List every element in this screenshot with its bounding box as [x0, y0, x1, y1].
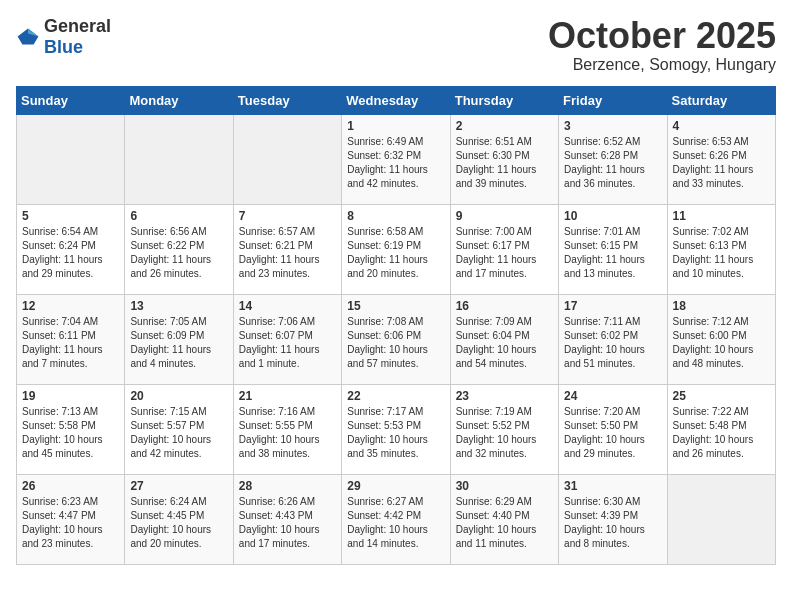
- day-info: Sunrise: 6:26 AM Sunset: 4:43 PM Dayligh…: [239, 495, 336, 551]
- calendar-cell: 13Sunrise: 7:05 AM Sunset: 6:09 PM Dayli…: [125, 294, 233, 384]
- day-info: Sunrise: 7:19 AM Sunset: 5:52 PM Dayligh…: [456, 405, 553, 461]
- day-number: 26: [22, 479, 119, 493]
- logo-text: General Blue: [44, 16, 111, 58]
- day-info: Sunrise: 7:08 AM Sunset: 6:06 PM Dayligh…: [347, 315, 444, 371]
- calendar-cell: 16Sunrise: 7:09 AM Sunset: 6:04 PM Dayli…: [450, 294, 558, 384]
- day-info: Sunrise: 7:11 AM Sunset: 6:02 PM Dayligh…: [564, 315, 661, 371]
- logo: General Blue: [16, 16, 111, 58]
- day-number: 25: [673, 389, 770, 403]
- calendar-cell: 31Sunrise: 6:30 AM Sunset: 4:39 PM Dayli…: [559, 474, 667, 564]
- header-tuesday: Tuesday: [233, 86, 341, 114]
- day-info: Sunrise: 7:20 AM Sunset: 5:50 PM Dayligh…: [564, 405, 661, 461]
- day-number: 3: [564, 119, 661, 133]
- day-info: Sunrise: 7:17 AM Sunset: 5:53 PM Dayligh…: [347, 405, 444, 461]
- week-row-2: 5Sunrise: 6:54 AM Sunset: 6:24 PM Daylig…: [17, 204, 776, 294]
- day-number: 30: [456, 479, 553, 493]
- day-number: 10: [564, 209, 661, 223]
- calendar-cell: 21Sunrise: 7:16 AM Sunset: 5:55 PM Dayli…: [233, 384, 341, 474]
- calendar-cell: 29Sunrise: 6:27 AM Sunset: 4:42 PM Dayli…: [342, 474, 450, 564]
- day-info: Sunrise: 7:09 AM Sunset: 6:04 PM Dayligh…: [456, 315, 553, 371]
- header-monday: Monday: [125, 86, 233, 114]
- week-row-3: 12Sunrise: 7:04 AM Sunset: 6:11 PM Dayli…: [17, 294, 776, 384]
- calendar-cell: 6Sunrise: 6:56 AM Sunset: 6:22 PM Daylig…: [125, 204, 233, 294]
- day-info: Sunrise: 6:29 AM Sunset: 4:40 PM Dayligh…: [456, 495, 553, 551]
- calendar-cell: 17Sunrise: 7:11 AM Sunset: 6:02 PM Dayli…: [559, 294, 667, 384]
- day-number: 12: [22, 299, 119, 313]
- day-number: 27: [130, 479, 227, 493]
- calendar-cell: 18Sunrise: 7:12 AM Sunset: 6:00 PM Dayli…: [667, 294, 775, 384]
- day-info: Sunrise: 6:57 AM Sunset: 6:21 PM Dayligh…: [239, 225, 336, 281]
- day-info: Sunrise: 6:52 AM Sunset: 6:28 PM Dayligh…: [564, 135, 661, 191]
- calendar-cell: 3Sunrise: 6:52 AM Sunset: 6:28 PM Daylig…: [559, 114, 667, 204]
- day-number: 29: [347, 479, 444, 493]
- calendar-cell: [667, 474, 775, 564]
- calendar-cell: [17, 114, 125, 204]
- day-number: 19: [22, 389, 119, 403]
- day-number: 2: [456, 119, 553, 133]
- calendar-cell: 15Sunrise: 7:08 AM Sunset: 6:06 PM Dayli…: [342, 294, 450, 384]
- day-number: 28: [239, 479, 336, 493]
- day-number: 22: [347, 389, 444, 403]
- calendar-subtitle: Berzence, Somogy, Hungary: [548, 56, 776, 74]
- day-number: 15: [347, 299, 444, 313]
- header-wednesday: Wednesday: [342, 86, 450, 114]
- calendar-cell: 26Sunrise: 6:23 AM Sunset: 4:47 PM Dayli…: [17, 474, 125, 564]
- calendar-cell: 19Sunrise: 7:13 AM Sunset: 5:58 PM Dayli…: [17, 384, 125, 474]
- day-info: Sunrise: 6:24 AM Sunset: 4:45 PM Dayligh…: [130, 495, 227, 551]
- day-number: 8: [347, 209, 444, 223]
- calendar-cell: 23Sunrise: 7:19 AM Sunset: 5:52 PM Dayli…: [450, 384, 558, 474]
- day-info: Sunrise: 6:30 AM Sunset: 4:39 PM Dayligh…: [564, 495, 661, 551]
- day-number: 4: [673, 119, 770, 133]
- calendar-cell: 4Sunrise: 6:53 AM Sunset: 6:26 PM Daylig…: [667, 114, 775, 204]
- day-number: 9: [456, 209, 553, 223]
- calendar-cell: 20Sunrise: 7:15 AM Sunset: 5:57 PM Dayli…: [125, 384, 233, 474]
- day-number: 31: [564, 479, 661, 493]
- calendar-cell: 2Sunrise: 6:51 AM Sunset: 6:30 PM Daylig…: [450, 114, 558, 204]
- calendar-cell: 24Sunrise: 7:20 AM Sunset: 5:50 PM Dayli…: [559, 384, 667, 474]
- calendar-title: October 2025: [548, 16, 776, 56]
- day-info: Sunrise: 6:54 AM Sunset: 6:24 PM Dayligh…: [22, 225, 119, 281]
- day-number: 16: [456, 299, 553, 313]
- day-info: Sunrise: 6:58 AM Sunset: 6:19 PM Dayligh…: [347, 225, 444, 281]
- page-header: General Blue October 2025 Berzence, Somo…: [16, 16, 776, 74]
- day-info: Sunrise: 7:00 AM Sunset: 6:17 PM Dayligh…: [456, 225, 553, 281]
- calendar-cell: 27Sunrise: 6:24 AM Sunset: 4:45 PM Dayli…: [125, 474, 233, 564]
- day-info: Sunrise: 7:12 AM Sunset: 6:00 PM Dayligh…: [673, 315, 770, 371]
- header-thursday: Thursday: [450, 86, 558, 114]
- calendar-cell: 28Sunrise: 6:26 AM Sunset: 4:43 PM Dayli…: [233, 474, 341, 564]
- day-info: Sunrise: 7:22 AM Sunset: 5:48 PM Dayligh…: [673, 405, 770, 461]
- day-number: 20: [130, 389, 227, 403]
- day-number: 1: [347, 119, 444, 133]
- day-number: 7: [239, 209, 336, 223]
- calendar-cell: 7Sunrise: 6:57 AM Sunset: 6:21 PM Daylig…: [233, 204, 341, 294]
- header-saturday: Saturday: [667, 86, 775, 114]
- day-info: Sunrise: 7:01 AM Sunset: 6:15 PM Dayligh…: [564, 225, 661, 281]
- day-info: Sunrise: 7:13 AM Sunset: 5:58 PM Dayligh…: [22, 405, 119, 461]
- day-info: Sunrise: 7:16 AM Sunset: 5:55 PM Dayligh…: [239, 405, 336, 461]
- header-friday: Friday: [559, 86, 667, 114]
- day-number: 17: [564, 299, 661, 313]
- title-block: October 2025 Berzence, Somogy, Hungary: [548, 16, 776, 74]
- calendar-cell: [125, 114, 233, 204]
- day-info: Sunrise: 6:51 AM Sunset: 6:30 PM Dayligh…: [456, 135, 553, 191]
- week-row-5: 26Sunrise: 6:23 AM Sunset: 4:47 PM Dayli…: [17, 474, 776, 564]
- calendar-cell: 25Sunrise: 7:22 AM Sunset: 5:48 PM Dayli…: [667, 384, 775, 474]
- calendar-cell: 10Sunrise: 7:01 AM Sunset: 6:15 PM Dayli…: [559, 204, 667, 294]
- calendar-table: Sunday Monday Tuesday Wednesday Thursday…: [16, 86, 776, 565]
- calendar-cell: 1Sunrise: 6:49 AM Sunset: 6:32 PM Daylig…: [342, 114, 450, 204]
- day-number: 18: [673, 299, 770, 313]
- day-number: 6: [130, 209, 227, 223]
- calendar-cell: 14Sunrise: 7:06 AM Sunset: 6:07 PM Dayli…: [233, 294, 341, 384]
- calendar-cell: 8Sunrise: 6:58 AM Sunset: 6:19 PM Daylig…: [342, 204, 450, 294]
- calendar-cell: 30Sunrise: 6:29 AM Sunset: 4:40 PM Dayli…: [450, 474, 558, 564]
- header-sunday: Sunday: [17, 86, 125, 114]
- day-number: 5: [22, 209, 119, 223]
- day-number: 24: [564, 389, 661, 403]
- calendar-cell: 11Sunrise: 7:02 AM Sunset: 6:13 PM Dayli…: [667, 204, 775, 294]
- calendar-cell: 9Sunrise: 7:00 AM Sunset: 6:17 PM Daylig…: [450, 204, 558, 294]
- day-number: 13: [130, 299, 227, 313]
- day-info: Sunrise: 6:53 AM Sunset: 6:26 PM Dayligh…: [673, 135, 770, 191]
- day-info: Sunrise: 7:06 AM Sunset: 6:07 PM Dayligh…: [239, 315, 336, 371]
- day-info: Sunrise: 6:56 AM Sunset: 6:22 PM Dayligh…: [130, 225, 227, 281]
- day-number: 23: [456, 389, 553, 403]
